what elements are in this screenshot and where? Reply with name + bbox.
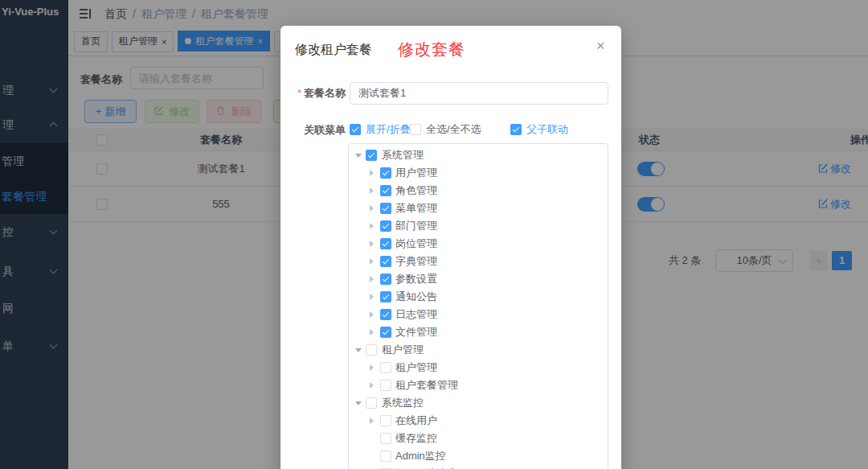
tree-caret-icon[interactable] bbox=[355, 154, 362, 158]
tree-node[interactable]: 在线用户 bbox=[349, 412, 608, 430]
checkbox-label: 全选/全不选 bbox=[426, 123, 481, 135]
package-name-input[interactable] bbox=[350, 82, 608, 105]
tree-option[interactable]: 全选/全不选 bbox=[410, 121, 481, 134]
tree-node-checkbox[interactable] bbox=[380, 380, 391, 391]
tree-node-checkbox[interactable] bbox=[380, 291, 391, 302]
tree-caret-icon[interactable] bbox=[370, 311, 374, 318]
tree-node[interactable]: 文件管理 bbox=[349, 323, 608, 341]
tree-node-label: 字典管理 bbox=[395, 253, 437, 270]
menu-tree-panel: 系统管理用户管理角色管理菜单管理部门管理岗位管理字典管理参数设置通知公告日志管理… bbox=[348, 143, 608, 469]
tree-node-checkbox[interactable] bbox=[380, 256, 391, 267]
tree-node-label: 任务调度中心 bbox=[395, 465, 458, 469]
tree-node-checkbox[interactable] bbox=[380, 309, 391, 320]
tree-node-checkbox[interactable] bbox=[380, 220, 391, 232]
tree-node-checkbox[interactable] bbox=[380, 362, 391, 373]
tree-node[interactable]: 岗位管理 bbox=[349, 235, 608, 253]
tree-node-checkbox[interactable] bbox=[380, 238, 391, 249]
required-asterisk: * bbox=[297, 87, 301, 99]
tree-node-label: 租户管理 bbox=[395, 359, 437, 376]
tree-node-label: 缓存监控 bbox=[395, 430, 437, 447]
tree-node[interactable]: 租户管理 bbox=[349, 359, 608, 376]
tree-caret-icon[interactable] bbox=[370, 276, 374, 282]
tree-caret-icon[interactable] bbox=[370, 294, 374, 300]
tree-node-label: 文件管理 bbox=[395, 323, 437, 341]
tree-node[interactable]: 部门管理 bbox=[349, 217, 608, 235]
tree-caret-icon[interactable] bbox=[370, 382, 374, 389]
tree-node-checkbox[interactable] bbox=[380, 433, 391, 444]
edit-package-dialog: 修改租户套餐 修改套餐 × * 套餐名称 关联菜单 展开/折叠全选/全不选父子联… bbox=[280, 26, 621, 469]
tree-node-label: 部门管理 bbox=[395, 217, 437, 235]
package-name-label: 套餐名称 bbox=[304, 82, 346, 105]
dialog-title: 修改租户套餐 bbox=[295, 42, 372, 59]
tree-node-label: 在线用户 bbox=[395, 412, 437, 430]
tree-node-checkbox[interactable] bbox=[366, 397, 377, 409]
tree-node[interactable]: 租户管理 bbox=[349, 341, 608, 359]
tree-node[interactable]: 菜单管理 bbox=[349, 200, 608, 217]
tree-node-checkbox[interactable] bbox=[380, 203, 391, 214]
tree-node[interactable]: 角色管理 bbox=[349, 182, 608, 200]
tree-node-label: Admin监控 bbox=[395, 447, 446, 465]
tree-node-label: 租户套餐管理 bbox=[395, 376, 458, 394]
tree-caret-icon[interactable] bbox=[370, 187, 374, 194]
tree-node-checkbox[interactable] bbox=[366, 344, 377, 356]
tree-node[interactable]: 日志管理 bbox=[349, 306, 608, 323]
tree-node-label: 参数设置 bbox=[395, 270, 437, 288]
tree-node-checkbox[interactable] bbox=[380, 415, 391, 426]
tree-node[interactable]: 缓存监控 bbox=[349, 430, 608, 447]
tree-node-label: 用户管理 bbox=[395, 164, 437, 182]
tree-caret-icon[interactable] bbox=[370, 223, 374, 229]
tree-node-label: 租户管理 bbox=[382, 341, 424, 359]
dialog-red-annotation: 修改套餐 bbox=[398, 39, 465, 60]
tree-caret-icon[interactable] bbox=[370, 329, 374, 335]
tree-node-label: 角色管理 bbox=[395, 182, 437, 200]
tree-caret-icon[interactable] bbox=[370, 418, 374, 424]
checkbox[interactable] bbox=[510, 124, 522, 135]
tree-caret-icon[interactable] bbox=[370, 241, 374, 247]
tree-caret-icon[interactable] bbox=[355, 401, 362, 405]
tree-node-label: 菜单管理 bbox=[395, 200, 437, 217]
close-icon[interactable]: × bbox=[596, 39, 605, 53]
tree-node[interactable]: 租户套餐管理 bbox=[349, 376, 608, 394]
tree-node[interactable]: 通知公告 bbox=[349, 288, 608, 306]
tree-caret-icon[interactable] bbox=[370, 170, 374, 176]
tree-node-checkbox[interactable] bbox=[380, 327, 391, 338]
tree-node-checkbox[interactable] bbox=[380, 185, 391, 196]
checkbox-label: 展开/折叠 bbox=[366, 123, 411, 135]
tree-node[interactable]: Admin监控 bbox=[349, 447, 608, 465]
tree-node[interactable]: 用户管理 bbox=[349, 164, 608, 182]
tree-node-label: 日志管理 bbox=[395, 306, 437, 323]
checkbox[interactable] bbox=[410, 124, 421, 135]
tree-node[interactable]: 参数设置 bbox=[349, 270, 608, 288]
tree-caret-icon[interactable] bbox=[355, 348, 362, 352]
tree-node-checkbox[interactable] bbox=[366, 150, 377, 161]
menu-field-label: 关联菜单 bbox=[304, 123, 346, 138]
tree-option[interactable]: 父子联动 bbox=[510, 121, 568, 134]
app-window: Yi-Vue-Plus 管理套餐管理理理控具网单 首页/租户管理/租户套餐管理 bbox=[0, 0, 868, 469]
checkbox-label: 父子联动 bbox=[526, 123, 568, 135]
tree-caret-icon[interactable] bbox=[370, 258, 374, 265]
tree-node[interactable]: 系统管理 bbox=[349, 146, 608, 164]
tree-node[interactable]: 任务调度中心 bbox=[349, 465, 608, 469]
tree-node[interactable]: 字典管理 bbox=[349, 253, 608, 270]
tree-node-label: 岗位管理 bbox=[395, 235, 437, 253]
tree-node-label: 系统管理 bbox=[382, 146, 424, 164]
checkbox[interactable] bbox=[350, 124, 361, 135]
tree-node-label: 通知公告 bbox=[395, 288, 437, 306]
tree-node-label: 系统监控 bbox=[382, 394, 424, 412]
tree-caret-icon[interactable] bbox=[370, 364, 374, 371]
tree-node-checkbox[interactable] bbox=[380, 167, 391, 179]
tree-option[interactable]: 展开/折叠 bbox=[350, 121, 411, 134]
tree-node[interactable]: 系统监控 bbox=[349, 394, 608, 412]
tree-node-checkbox[interactable] bbox=[380, 274, 391, 285]
tree-caret-icon[interactable] bbox=[370, 205, 374, 212]
tree-node-checkbox[interactable] bbox=[380, 450, 391, 462]
